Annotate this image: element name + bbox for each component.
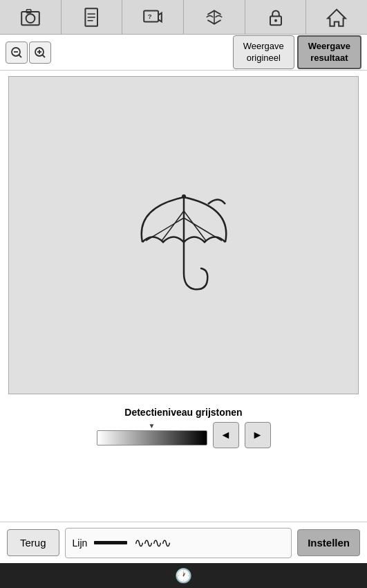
view-toggle-buttons: Weergave origineel Weergave resultaat [233, 35, 361, 70]
line-type-label: Lijn [73, 538, 88, 549]
toolbar-camera[interactable] [0, 0, 62, 34]
zoom-out-icon [10, 46, 23, 59]
svg-text:?: ? [148, 12, 152, 20]
line-type-selector[interactable]: Lijn ∿∿∿∿ [65, 528, 292, 558]
transfer-icon [203, 6, 225, 28]
document-icon [81, 6, 103, 28]
svg-line-20 [42, 55, 45, 57]
svg-point-12 [274, 19, 277, 21]
toolbar-lock[interactable] [245, 0, 307, 34]
toolbar: ? [0, 0, 367, 35]
home-icon [326, 6, 348, 28]
slider-arrow: ▼ [149, 423, 156, 430]
settings-button[interactable]: Instellen [297, 529, 360, 556]
toolbar-help[interactable]: ? [122, 0, 184, 34]
zoom-out-button[interactable] [6, 42, 28, 64]
clock-icon: 🕐 [175, 567, 192, 584]
view-result-button[interactable]: Weergave resultaat [297, 35, 361, 70]
bottom-bar: Terug Lijn ∿∿∿∿ Instellen [0, 522, 367, 563]
svg-point-1 [26, 14, 35, 23]
slider-row: ▼ ◄ ► [11, 422, 356, 448]
toolbar-home[interactable] [306, 0, 367, 34]
zoom-controls [6, 42, 51, 64]
back-button[interactable]: Terug [7, 529, 59, 556]
gradient-slider[interactable] [97, 430, 207, 445]
slider-container: ▼ [97, 423, 207, 448]
detection-section: Detectieniveau grijstonen ▼ ◄ ► [0, 400, 367, 448]
line-wave-indicator: ∿∿∿∿ [134, 537, 170, 549]
svg-point-26 [182, 194, 186, 199]
help-icon: ? [142, 6, 164, 28]
svg-marker-13 [328, 9, 346, 26]
detection-label: Detectieniveau grijstonen [11, 407, 356, 418]
toolbar-transfer[interactable] [184, 0, 245, 34]
view-controls-bar: Weergave origineel Weergave resultaat [0, 35, 367, 71]
lock-icon [265, 6, 287, 28]
line-solid-indicator [94, 541, 127, 544]
svg-marker-8 [158, 12, 162, 21]
preview-canvas [8, 76, 359, 394]
next-button[interactable]: ► [245, 422, 271, 448]
toolbar-document[interactable] [62, 0, 123, 34]
status-bar: 🕐 [0, 563, 367, 588]
camera-icon [19, 6, 41, 28]
prev-button[interactable]: ◄ [213, 422, 239, 448]
zoom-in-icon [34, 46, 46, 59]
umbrella-image [115, 166, 253, 304]
view-original-button[interactable]: Weergave origineel [233, 35, 294, 70]
zoom-in-button[interactable] [29, 42, 51, 64]
svg-line-16 [19, 55, 21, 57]
